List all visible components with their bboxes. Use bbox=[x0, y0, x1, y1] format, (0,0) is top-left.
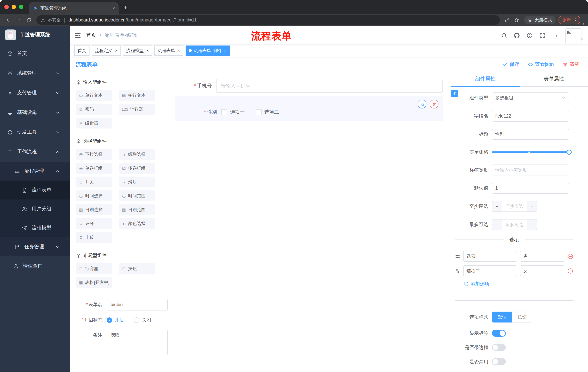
label-width-input[interactable] bbox=[492, 165, 569, 175]
tag-close-icon[interactable]: × bbox=[178, 48, 180, 53]
sidebar-item-process-management[interactable]: 流程管理 bbox=[0, 162, 70, 181]
help-icon[interactable]: ? bbox=[526, 32, 533, 38]
form-grid-slider[interactable] bbox=[492, 151, 569, 153]
gender-option-1[interactable]: 选项一 bbox=[221, 109, 245, 115]
palette-item-checkbox-group[interactable]: ☑多选框组 bbox=[119, 163, 155, 174]
close-window-button[interactable] bbox=[4, 5, 9, 9]
palette-item-switch[interactable]: ⊙开关 bbox=[76, 177, 112, 187]
new-tab-button[interactable]: + bbox=[119, 4, 127, 14]
tab-form-props[interactable]: 表单属性 bbox=[520, 72, 588, 86]
palette-item-select[interactable]: ◎下拉选择 bbox=[76, 149, 112, 160]
sidebar-item-workflow[interactable]: 工作流程 bbox=[0, 142, 70, 162]
tab-component-props[interactable]: 组件属性 bbox=[451, 72, 520, 86]
gender-option-2[interactable]: 选项二 bbox=[256, 109, 279, 115]
github-icon[interactable] bbox=[514, 32, 520, 38]
palette-item-single-line-text[interactable]: ▭单行文本 bbox=[76, 90, 112, 101]
palette-item-color-picker[interactable]: ◐颜色选择 bbox=[119, 218, 155, 229]
field-name-input[interactable] bbox=[492, 111, 569, 122]
option-style-option-1-button[interactable]: 默认 bbox=[492, 312, 512, 322]
browser-tab[interactable]: 芋道管理系统 × bbox=[29, 2, 119, 14]
palette-item-multiline-text[interactable]: ▤多行文本 bbox=[119, 90, 155, 101]
sidebar-item-infrastructure[interactable]: 基础设施 bbox=[0, 103, 70, 122]
component-type-select[interactable]: 多选框组 bbox=[492, 93, 569, 103]
default-value-input[interactable] bbox=[492, 183, 569, 194]
slider-handle[interactable] bbox=[567, 149, 572, 155]
key-icon[interactable] bbox=[503, 16, 512, 24]
sidebar-item-dev-tools[interactable]: 研发工具 bbox=[0, 122, 70, 142]
checkbox-icon[interactable] bbox=[256, 109, 262, 115]
sidebar-item-home[interactable]: 首页 bbox=[0, 44, 70, 63]
option-1-text-input[interactable] bbox=[463, 251, 517, 262]
min-select-decrease-button[interactable]: − bbox=[492, 201, 502, 212]
title-input[interactable] bbox=[492, 129, 569, 140]
forward-icon[interactable] bbox=[14, 15, 23, 25]
status-on-radio[interactable] bbox=[107, 317, 112, 323]
update-button[interactable]: 更新 ⋮ bbox=[558, 16, 580, 24]
sidebar-item-system-management[interactable]: 系统管理 bbox=[0, 63, 70, 83]
status-on-label[interactable]: 开启 bbox=[115, 317, 124, 323]
sidebar-item-user-group[interactable]: 用户分组 bbox=[0, 200, 70, 218]
max-select-decrease-button[interactable]: − bbox=[492, 220, 502, 230]
option-1-value-input[interactable] bbox=[520, 251, 564, 262]
tab-close-icon[interactable]: × bbox=[112, 5, 115, 11]
max-select-increase-button[interactable]: + bbox=[527, 220, 537, 230]
palette-item-time-range[interactable]: ◶时间范围 bbox=[119, 190, 155, 201]
option-style-option-2-button[interactable]: 按钮 bbox=[512, 312, 532, 322]
palette-item-radio-group[interactable]: ◉单选框组 bbox=[76, 163, 112, 174]
palette-item-password[interactable]: ⊠密码 bbox=[76, 104, 112, 115]
add-option-button[interactable]: 添加选项 bbox=[463, 281, 489, 287]
save-button[interactable]: 保存 bbox=[503, 61, 519, 68]
palette-item-button[interactable]: ⊡按钮 bbox=[119, 263, 155, 274]
option-2-value-input[interactable] bbox=[520, 265, 564, 276]
sidebar-item-task-management[interactable]: 任务管理 bbox=[0, 237, 70, 256]
phone-input[interactable] bbox=[216, 79, 443, 93]
form-canvas[interactable]: *手机号 *性别 bbox=[171, 72, 451, 372]
bookmark-star-icon[interactable] bbox=[512, 16, 521, 24]
tag-process-form[interactable]: 流程表单× bbox=[154, 45, 183, 56]
canvas-field-gender-selected[interactable]: *性别 选项一 选项二 bbox=[175, 96, 443, 121]
tag-process-model[interactable]: 流程模型× bbox=[123, 45, 152, 56]
tag-home[interactable]: 首页 bbox=[74, 45, 90, 56]
address-bar[interactable]: 不安全 dashboard.yudao.iocoder.cn/bpm/manag… bbox=[36, 15, 500, 25]
disabled-switch[interactable] bbox=[492, 358, 506, 365]
palette-item-rate[interactable]: ☆评分 bbox=[76, 218, 112, 229]
app-logo[interactable]: 芋道管理系统 bbox=[0, 26, 70, 44]
palette-item-table[interactable]: ▣表格[开发中] bbox=[76, 277, 112, 288]
tag-close-icon[interactable]: × bbox=[115, 48, 117, 53]
sidebar-item-payment-management[interactable]: ¥支付管理 bbox=[0, 83, 70, 103]
tag-process-form-edit[interactable]: 流程表单-编辑× bbox=[186, 45, 230, 56]
palette-item-upload[interactable]: ↥上传 bbox=[76, 232, 112, 243]
palette-item-date-picker[interactable]: ▦日期选择 bbox=[76, 204, 112, 215]
palette-item-date-range[interactable]: ▩日期范围 bbox=[119, 204, 155, 215]
breadcrumb-home[interactable]: 首页 bbox=[86, 32, 96, 39]
user-avatar[interactable]: ▾ bbox=[566, 28, 583, 42]
view-json-button[interactable]: 查看json bbox=[528, 61, 554, 68]
option-1-remove-icon[interactable] bbox=[567, 253, 573, 259]
checkbox-icon[interactable] bbox=[221, 109, 227, 115]
remark-textarea[interactable]: 嘿嘿 bbox=[107, 330, 168, 355]
font-size-icon[interactable]: TT bbox=[552, 32, 558, 38]
sidebar-item-leave-query[interactable]: 请假查询 bbox=[0, 256, 70, 276]
delete-field-button[interactable] bbox=[430, 100, 439, 108]
clear-button[interactable]: 清空 bbox=[563, 61, 579, 68]
with-border-switch[interactable] bbox=[492, 344, 506, 351]
option-2-text-input[interactable] bbox=[463, 265, 517, 276]
tag-process-definition[interactable]: 流程定义× bbox=[92, 45, 121, 56]
canvas-field-phone[interactable]: *手机号 bbox=[175, 79, 443, 93]
status-off-label[interactable]: 关闭 bbox=[142, 317, 151, 323]
palette-item-slider[interactable]: ⊸滑块 bbox=[119, 177, 155, 187]
palette-item-counter[interactable]: 123计数器 bbox=[119, 104, 155, 115]
min-select-input[interactable] bbox=[502, 201, 527, 212]
reload-icon[interactable] bbox=[24, 15, 33, 25]
search-icon[interactable] bbox=[501, 32, 507, 38]
form-name-input[interactable] bbox=[107, 299, 168, 310]
caret-down-icon[interactable]: ▾ bbox=[583, 21, 584, 26]
panel-link-handle[interactable] bbox=[451, 90, 458, 97]
minimize-window-button[interactable] bbox=[12, 5, 16, 9]
max-select-input[interactable] bbox=[502, 220, 527, 230]
back-icon[interactable] bbox=[4, 15, 13, 25]
palette-item-row-container[interactable]: ⊞行容器 bbox=[76, 263, 112, 274]
palette-item-time-picker[interactable]: ◷时间选择 bbox=[76, 190, 112, 201]
min-select-increase-button[interactable]: + bbox=[527, 201, 537, 212]
tag-close-icon[interactable]: × bbox=[224, 48, 226, 53]
